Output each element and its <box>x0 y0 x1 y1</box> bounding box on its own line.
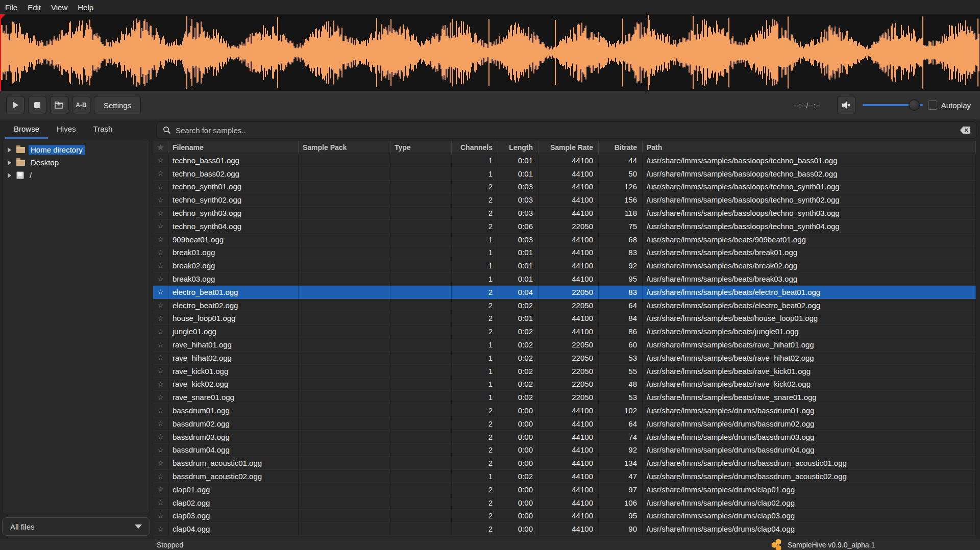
favorite-star-icon[interactable]: ☆ <box>153 417 168 431</box>
table-row[interactable]: ☆clap03.ogg20:004410095/usr/share/lmms/s… <box>153 510 976 523</box>
tab-trash[interactable]: Trash <box>85 120 121 139</box>
column-channels[interactable]: Channels <box>452 141 498 154</box>
favorite-star-icon[interactable]: ☆ <box>153 457 168 470</box>
table-row[interactable]: ☆rave_kick01.ogg10:022205055/usr/share/l… <box>153 365 976 378</box>
table-row[interactable]: ☆techno_synth01.ogg20:0344100126/usr/sha… <box>153 181 976 194</box>
favorite-star-icon[interactable]: ☆ <box>153 207 168 220</box>
expand-caret-icon[interactable] <box>8 160 11 165</box>
favorite-star-icon[interactable]: ☆ <box>153 431 168 444</box>
file-filter-dropdown[interactable]: All files <box>2 517 150 536</box>
favorite-star-icon[interactable]: ☆ <box>153 470 168 483</box>
volume-slider[interactable] <box>863 99 923 111</box>
table-row[interactable]: ☆techno_synth03.ogg20:0344100118/usr/sha… <box>153 207 976 220</box>
menu-view[interactable]: View <box>51 3 67 12</box>
loop-ab-button[interactable]: A-B <box>72 96 90 114</box>
favorite-star-icon[interactable]: ☆ <box>153 378 168 391</box>
column-favorite-icon[interactable]: ★ <box>153 141 168 154</box>
table-row[interactable]: ☆bassdrum04.ogg20:004410092/usr/share/lm… <box>153 444 976 457</box>
favorite-star-icon[interactable]: ☆ <box>153 181 168 194</box>
table-row[interactable]: ☆clap02.ogg20:0044100106/usr/share/lmms/… <box>153 496 976 510</box>
favorite-star-icon[interactable]: ☆ <box>153 338 168 352</box>
table-row[interactable]: ☆bassdrum_acoustic02.ogg10:024410047/usr… <box>153 470 976 483</box>
volume-knob[interactable] <box>909 99 920 111</box>
favorite-star-icon[interactable]: ☆ <box>153 483 168 496</box>
tree-item-home[interactable]: Home directory <box>3 143 150 156</box>
table-row[interactable]: ☆electro_beat01.ogg20:042205083/usr/shar… <box>153 286 976 299</box>
table-row[interactable]: ☆house_loop01.ogg20:014410084/usr/share/… <box>153 312 976 326</box>
favorite-star-icon[interactable]: ☆ <box>153 325 168 338</box>
favorite-star-icon[interactable]: ☆ <box>153 312 168 326</box>
expand-caret-icon[interactable] <box>8 173 11 178</box>
tab-browse[interactable]: Browse <box>5 120 48 139</box>
table-row[interactable]: ☆break03.ogg10:014410095/usr/share/lmms/… <box>153 272 976 286</box>
favorite-star-icon[interactable]: ☆ <box>153 365 168 378</box>
column-sample-pack[interactable]: Sample Pack <box>299 141 390 154</box>
column-filename[interactable]: Filename <box>168 141 299 154</box>
table-row[interactable]: ☆techno_bass02.ogg10:014410050/usr/share… <box>153 167 976 181</box>
favorite-star-icon[interactable]: ☆ <box>153 299 168 312</box>
cell-channels: 2 <box>452 207 498 220</box>
search-input[interactable] <box>176 126 960 135</box>
mute-button[interactable] <box>837 96 855 114</box>
table-row[interactable]: ☆techno_synth04.ogg20:062205075/usr/shar… <box>153 220 976 233</box>
favorite-star-icon[interactable]: ☆ <box>153 286 168 299</box>
favorite-star-icon[interactable]: ☆ <box>153 167 168 181</box>
table-row[interactable]: ☆909beat01.ogg10:034410068/usr/share/lmm… <box>153 233 976 246</box>
table-row[interactable]: ☆techno_bass01.ogg10:014410044/usr/share… <box>153 154 976 167</box>
table-row[interactable]: ☆electro_beat02.ogg20:022205064/usr/shar… <box>153 299 976 312</box>
favorite-star-icon[interactable]: ☆ <box>153 233 168 246</box>
favorite-star-icon[interactable]: ☆ <box>153 272 168 286</box>
column-sample-rate[interactable]: Sample Rate <box>538 141 599 154</box>
favorite-star-icon[interactable]: ☆ <box>153 352 168 365</box>
favorite-star-icon[interactable]: ☆ <box>153 444 168 457</box>
column-bitrate[interactable]: Bitrate <box>599 141 643 154</box>
expand-caret-icon[interactable] <box>8 147 11 153</box>
favorite-star-icon[interactable]: ☆ <box>153 259 168 272</box>
menu-edit[interactable]: Edit <box>28 3 41 12</box>
scrollbar-gutter[interactable] <box>976 141 980 539</box>
clear-search-icon[interactable] <box>960 127 970 134</box>
settings-button[interactable]: Settings <box>94 96 141 114</box>
search-bar[interactable] <box>156 121 977 139</box>
table-row[interactable]: ☆bassdrum02.ogg20:004410064/usr/share/lm… <box>153 417 976 431</box>
favorite-star-icon[interactable]: ☆ <box>153 510 168 523</box>
menu-help[interactable]: Help <box>78 3 93 12</box>
tree-item-desktop[interactable]: Desktop <box>3 156 150 169</box>
favorite-star-icon[interactable]: ☆ <box>153 496 168 510</box>
table-row[interactable]: ☆bassdrum01.ogg20:0044100102/usr/share/l… <box>153 404 976 417</box>
favorite-star-icon[interactable]: ☆ <box>153 246 168 260</box>
favorite-star-icon[interactable]: ☆ <box>153 404 168 417</box>
column-type[interactable]: Type <box>390 141 452 154</box>
menu-file[interactable]: File <box>5 3 17 12</box>
waveform-panel[interactable] <box>0 14 980 91</box>
favorite-star-icon[interactable]: ☆ <box>153 193 168 207</box>
table-row[interactable]: ☆rave_hihat01.ogg10:022205060/usr/share/… <box>153 338 976 352</box>
favorite-star-icon[interactable]: ☆ <box>153 391 168 404</box>
tab-hives[interactable]: Hives <box>48 120 85 139</box>
table-row[interactable]: ☆bassdrum03.ogg20:004410074/usr/share/lm… <box>153 431 976 444</box>
table-row[interactable]: ☆jungle01.ogg20:024410086/usr/share/lmms… <box>153 325 976 338</box>
table-row[interactable]: ☆rave_kick02.ogg10:022205048/usr/share/l… <box>153 378 976 391</box>
playhead-line[interactable] <box>0 14 1 91</box>
stop-button[interactable] <box>28 96 46 114</box>
favorite-star-icon[interactable]: ☆ <box>153 154 168 167</box>
column-path[interactable]: Path <box>643 141 976 154</box>
table-row[interactable]: ☆break01.ogg10:014410083/usr/share/lmms/… <box>153 246 976 260</box>
cell-type <box>390 193 452 207</box>
column-length[interactable]: Length <box>498 141 538 154</box>
table-row[interactable]: ☆rave_snare01.ogg10:022205053/usr/share/… <box>153 391 976 404</box>
table-row[interactable]: ☆techno_synth02.ogg20:0344100156/usr/sha… <box>153 193 976 207</box>
play-button[interactable] <box>6 96 24 114</box>
table-row[interactable]: ☆break02.ogg10:014410092/usr/share/lmms/… <box>153 259 976 272</box>
playhead-handle-icon[interactable] <box>0 14 6 20</box>
cell-path: /usr/share/lmms/samples/beats/electro_be… <box>643 299 976 312</box>
tree-item-root[interactable]: / <box>3 169 150 182</box>
table-row[interactable]: ☆bassdrum_acoustic01.ogg20:0044100134/us… <box>153 457 976 470</box>
open-file-button[interactable] <box>50 96 68 114</box>
table-row[interactable]: ☆rave_hihat02.ogg10:022205053/usr/share/… <box>153 352 976 365</box>
autoplay-checkbox[interactable] <box>928 101 937 110</box>
favorite-star-icon[interactable]: ☆ <box>153 522 168 536</box>
table-row[interactable]: ☆clap01.ogg20:004410097/usr/share/lmms/s… <box>153 483 976 496</box>
favorite-star-icon[interactable]: ☆ <box>153 220 168 233</box>
table-row[interactable]: ☆clap04.ogg20:004410090/usr/share/lmms/s… <box>153 522 976 536</box>
